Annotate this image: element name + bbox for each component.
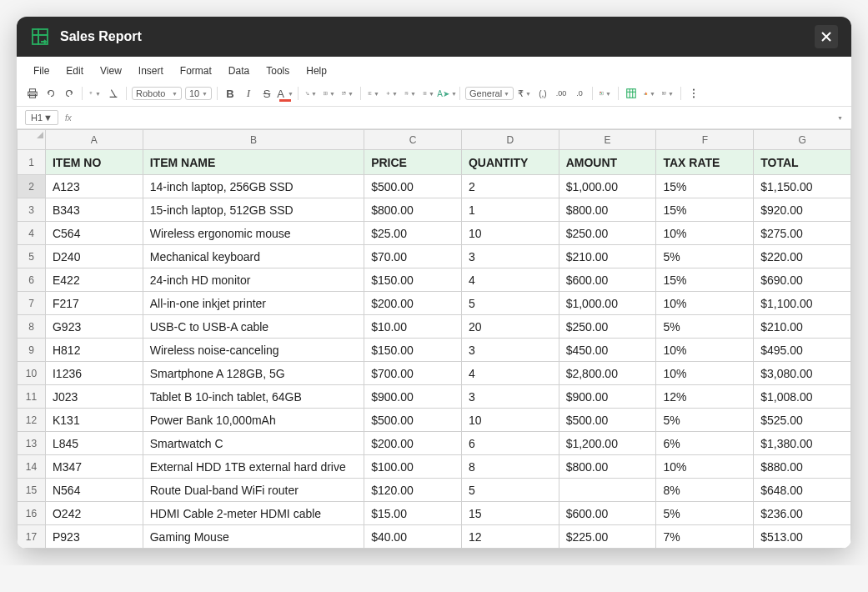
row-header[interactable]: 14 [18, 455, 46, 479]
cell[interactable]: 10% [656, 292, 754, 315]
cell[interactable]: D240 [45, 245, 143, 268]
menu-file[interactable]: File [25, 62, 58, 80]
cell[interactable]: $450.00 [559, 339, 656, 362]
cell[interactable]: $250.00 [559, 222, 656, 245]
cell[interactable]: ITEM NO [45, 150, 143, 175]
bold-button[interactable]: B [223, 86, 238, 101]
row-header[interactable]: 15 [18, 479, 46, 502]
cell[interactable]: TAX RATE [656, 150, 754, 175]
close-button[interactable] [815, 25, 838, 48]
menu-format[interactable]: Format [172, 62, 220, 80]
cell[interactable]: $500.00 [559, 409, 656, 432]
cell[interactable]: External HDD 1TB external hard drive [143, 455, 364, 479]
cell[interactable]: $150.00 [364, 268, 462, 292]
merge-cells-button[interactable]: ▼ [340, 86, 355, 101]
cell[interactable]: $210.00 [754, 315, 851, 339]
cell[interactable] [559, 479, 656, 502]
text-rotation-button[interactable]: ▼ [421, 86, 436, 101]
row-header[interactable]: 11 [18, 385, 46, 409]
cell[interactable]: $800.00 [559, 198, 656, 222]
col-header-g[interactable]: G [754, 130, 851, 150]
cell[interactable]: $800.00 [364, 198, 462, 222]
col-header-c[interactable]: C [364, 130, 462, 150]
cell[interactable]: $3,080.00 [754, 362, 851, 385]
cell[interactable]: 24-inch HD monitor [143, 268, 364, 292]
row-header[interactable]: 8 [18, 315, 46, 339]
cell[interactable]: $920.00 [754, 198, 851, 222]
cell[interactable]: H812 [45, 339, 143, 362]
cell[interactable]: 12% [656, 385, 754, 409]
cell[interactable]: $1,100.00 [754, 292, 851, 315]
cell[interactable]: $250.00 [559, 315, 656, 339]
cell[interactable]: $15.00 [364, 502, 462, 525]
cell[interactable]: $210.00 [559, 245, 656, 268]
wrap-text-button[interactable]: ▼ [403, 86, 418, 101]
halign-button[interactable]: ▼ [366, 86, 381, 101]
cell[interactable]: $200.00 [364, 432, 462, 455]
borders-button[interactable]: ▼ [322, 86, 337, 101]
currency-button[interactable]: ₹▼ [517, 86, 532, 101]
cell[interactable]: $200.00 [364, 292, 462, 315]
name-box[interactable]: H1▼ [25, 110, 58, 125]
cell[interactable]: $1,150.00 [754, 175, 851, 198]
cell[interactable]: $1,000.00 [559, 175, 656, 198]
cell[interactable]: 14-inch laptop, 256GB SSD [143, 175, 364, 198]
cell[interactable]: 3 [461, 339, 559, 362]
row-header[interactable]: 12 [18, 409, 46, 432]
cell[interactable]: 8 [461, 455, 559, 479]
valign-button[interactable]: ▼ [384, 86, 399, 101]
print-icon[interactable] [25, 86, 40, 101]
cell[interactable]: $800.00 [559, 455, 656, 479]
cell[interactable]: $275.00 [754, 222, 851, 245]
col-header-a[interactable]: A [45, 130, 143, 150]
cell[interactable]: 12 [461, 525, 559, 549]
more-options-button[interactable] [686, 86, 701, 101]
row-header[interactable]: 13 [18, 432, 46, 455]
paint-format-icon[interactable]: ▼ [88, 86, 103, 101]
cell[interactable]: HDMI Cable 2-meter HDMI cable [143, 502, 364, 525]
row-header[interactable]: 7 [18, 292, 46, 315]
cell[interactable]: 6 [461, 432, 559, 455]
cell[interactable]: $225.00 [559, 525, 656, 549]
cell[interactable]: 10 [461, 409, 559, 432]
italic-button[interactable]: I [241, 86, 256, 101]
cell[interactable]: 5% [656, 245, 754, 268]
insert-chart-button[interactable]: ▼ [642, 86, 657, 101]
cell[interactable]: $500.00 [364, 409, 462, 432]
fill-color-button[interactable]: ▼ [304, 86, 319, 101]
cell[interactable]: P923 [45, 525, 143, 549]
cell[interactable]: 10% [656, 339, 754, 362]
row-header[interactable]: 6 [18, 268, 46, 292]
cell[interactable]: G923 [45, 315, 143, 339]
cell[interactable]: 5% [656, 502, 754, 525]
undo-icon[interactable] [43, 86, 58, 101]
cell[interactable]: B343 [45, 198, 143, 222]
row-header[interactable]: 9 [18, 339, 46, 362]
conditional-format-button[interactable]: ▼ [598, 86, 613, 101]
cell[interactable]: $513.00 [754, 525, 851, 549]
number-format-select[interactable]: General▼ [465, 87, 514, 100]
cell[interactable]: $1,008.00 [754, 385, 851, 409]
clear-format-icon[interactable] [106, 86, 121, 101]
cell[interactable]: $690.00 [754, 268, 851, 292]
menu-view[interactable]: View [92, 62, 130, 80]
font-family-select[interactable]: Roboto▼ [132, 87, 182, 100]
cell[interactable]: 15-inch laptop, 512GB SSD [143, 198, 364, 222]
row-header[interactable]: 2 [18, 175, 46, 198]
cell[interactable]: $70.00 [364, 245, 462, 268]
cell[interactable]: Power Bank 10,000mAh [143, 409, 364, 432]
cell[interactable]: 5% [656, 315, 754, 339]
cell[interactable]: 3 [461, 245, 559, 268]
cell[interactable]: $495.00 [754, 339, 851, 362]
formula-dropdown-icon[interactable]: ▼ [837, 115, 843, 121]
cell[interactable]: $150.00 [364, 339, 462, 362]
cell[interactable]: QUANTITY [461, 150, 559, 175]
cell[interactable]: $1,380.00 [754, 432, 851, 455]
cell[interactable]: $120.00 [364, 479, 462, 502]
cell[interactable]: PRICE [364, 150, 462, 175]
cell[interactable]: I1236 [45, 362, 143, 385]
redo-icon[interactable] [62, 86, 77, 101]
cell[interactable]: $100.00 [364, 455, 462, 479]
cell[interactable]: L845 [45, 432, 143, 455]
cell[interactable]: M347 [45, 455, 143, 479]
